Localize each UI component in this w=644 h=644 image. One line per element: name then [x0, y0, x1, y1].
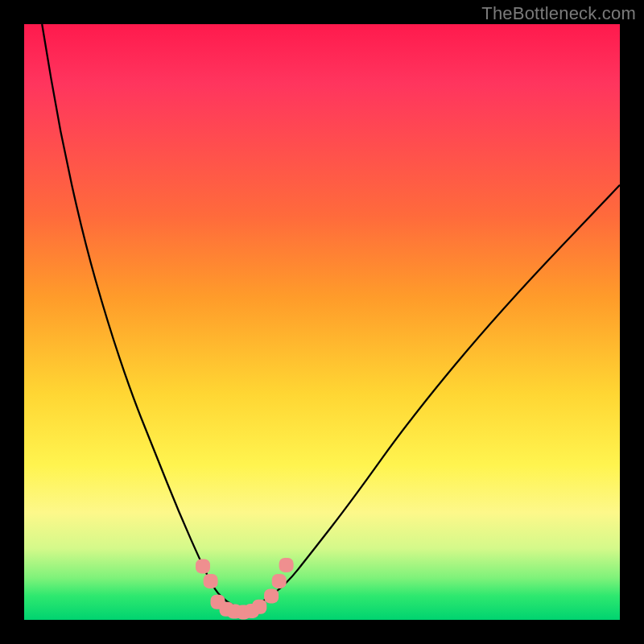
marker — [264, 588, 279, 603]
watermark-text: TheBottleneck.com — [481, 3, 636, 24]
curve-svg — [24, 24, 620, 620]
marker — [204, 574, 218, 588]
marker — [252, 600, 266, 614]
marker — [279, 558, 294, 572]
chart-frame: TheBottleneck.com — [0, 0, 644, 644]
marker — [272, 574, 287, 588]
plot-area — [24, 24, 620, 620]
marker — [196, 559, 210, 573]
bottleneck-curve — [42, 24, 620, 608]
